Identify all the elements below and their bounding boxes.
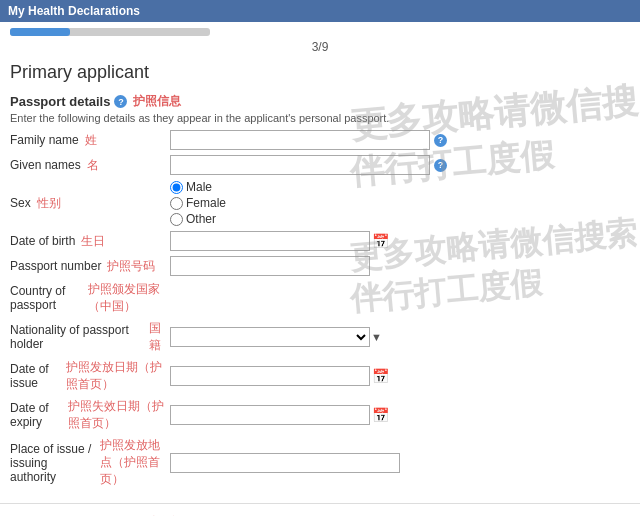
given-names-input[interactable] bbox=[170, 155, 430, 175]
nationality-row: Nationality of passport holder 国籍 ▼ bbox=[10, 320, 630, 354]
sex-row: Sex 性别 Male Female Other bbox=[10, 180, 630, 226]
country-passport-label: Country of passport 护照颁发国家（中国） bbox=[10, 281, 170, 315]
date-expiry-input[interactable] bbox=[170, 405, 370, 425]
sex-male-option[interactable]: Male bbox=[170, 180, 226, 194]
date-issue-input[interactable] bbox=[170, 366, 370, 386]
country-passport-row: Country of passport 护照颁发国家（中国） bbox=[10, 281, 630, 315]
family-name-input[interactable] bbox=[170, 130, 430, 150]
page-title: Primary applicant bbox=[0, 58, 640, 89]
sex-other-option[interactable]: Other bbox=[170, 212, 226, 226]
date-expiry-calendar-icon[interactable]: 📅 bbox=[372, 407, 389, 423]
nationality-dropdown-arrow: ▼ bbox=[371, 331, 382, 343]
date-issue-row: Date of issue 护照发放日期（护照首页） 📅 bbox=[10, 359, 630, 393]
date-issue-calendar-icon[interactable]: 📅 bbox=[372, 368, 389, 384]
passport-cn-title: 护照信息 bbox=[133, 93, 181, 110]
sex-male-radio[interactable] bbox=[170, 181, 183, 194]
passport-section: Passport details ? 护照信息 Enter the follow… bbox=[0, 89, 640, 497]
date-expiry-label: Date of expiry 护照失效日期（护照首页） bbox=[10, 398, 170, 432]
family-name-label: Family name 姓 bbox=[10, 132, 170, 149]
passport-number-label: Passport number 护照号码 bbox=[10, 258, 170, 275]
given-names-help-icon[interactable]: ? bbox=[434, 159, 447, 172]
place-issue-row: Place of issue / issuing authority 护照发放地… bbox=[10, 437, 630, 488]
app-header: My Health Declarations bbox=[0, 0, 640, 22]
passport-help-icon[interactable]: ? bbox=[114, 95, 127, 108]
passport-number-input[interactable] bbox=[170, 256, 370, 276]
sex-female-radio[interactable] bbox=[170, 197, 183, 210]
passport-section-title: Passport details ? 护照信息 bbox=[10, 93, 630, 110]
dob-row: Date of birth 生日 📅 bbox=[10, 231, 630, 251]
date-issue-input-group: 📅 bbox=[170, 366, 389, 386]
sex-radio-group: Male Female Other bbox=[170, 180, 226, 226]
sex-label: Sex 性别 bbox=[10, 195, 170, 212]
dob-input[interactable] bbox=[170, 231, 370, 251]
national-id-section: National identity card 身份证 Does this app… bbox=[0, 510, 640, 516]
date-expiry-row: Date of expiry 护照失效日期（护照首页） 📅 bbox=[10, 398, 630, 432]
sex-other-radio[interactable] bbox=[170, 213, 183, 226]
date-issue-label: Date of issue 护照发放日期（护照首页） bbox=[10, 359, 170, 393]
place-issue-label: Place of issue / issuing authority 护照发放地… bbox=[10, 437, 170, 488]
page-counter: 3/9 bbox=[0, 40, 640, 54]
dob-label: Date of birth 生日 bbox=[10, 233, 170, 250]
passport-subtitle: Enter the following details as they appe… bbox=[10, 112, 630, 124]
nationality-label: Nationality of passport holder 国籍 bbox=[10, 320, 170, 354]
progress-bar-fill bbox=[10, 28, 70, 36]
given-names-label: Given names 名 bbox=[10, 157, 170, 174]
given-names-row: Given names 名 ? bbox=[10, 155, 630, 175]
family-name-help-icon[interactable]: ? bbox=[434, 134, 447, 147]
progress-bar-bg bbox=[10, 28, 210, 36]
date-expiry-input-group: 📅 bbox=[170, 405, 389, 425]
family-name-row: Family name 姓 ? bbox=[10, 130, 630, 150]
passport-number-row: Passport number 护照号码 bbox=[10, 256, 630, 276]
app-title: My Health Declarations bbox=[8, 4, 140, 18]
progress-container bbox=[0, 22, 640, 38]
place-issue-input[interactable] bbox=[170, 453, 400, 473]
dob-calendar-icon[interactable]: 📅 bbox=[372, 233, 389, 249]
dob-input-group: 📅 bbox=[170, 231, 389, 251]
nationality-select[interactable] bbox=[170, 327, 370, 347]
divider-1 bbox=[0, 503, 640, 504]
sex-female-option[interactable]: Female bbox=[170, 196, 226, 210]
